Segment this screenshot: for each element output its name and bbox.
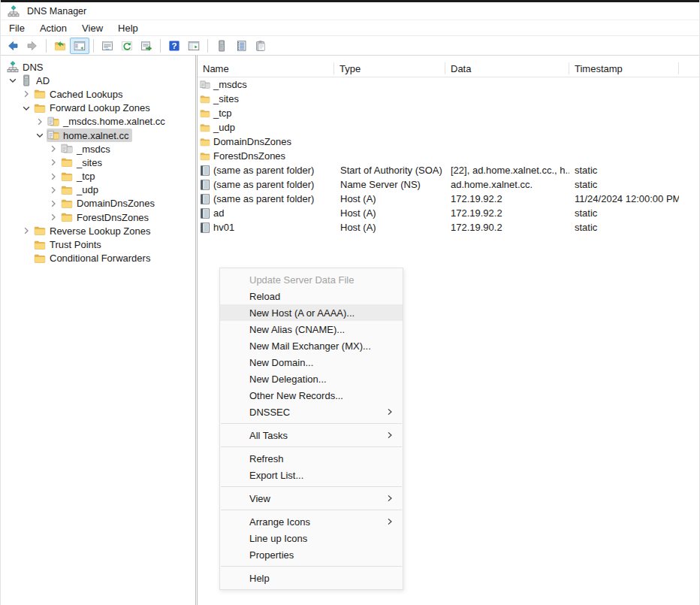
menu-file[interactable]: File <box>2 21 32 35</box>
menu-item-export-list[interactable]: Export List... <box>220 467 403 483</box>
menu-help[interactable]: Help <box>110 21 146 35</box>
toolbar-separator <box>207 39 208 53</box>
record-list-button[interactable] <box>231 38 251 54</box>
menu-item-other-new-records[interactable]: Other New Records... <box>220 387 403 404</box>
menu-item-new-domain[interactable]: New Domain... <box>220 354 403 371</box>
up-one-level-button[interactable] <box>50 38 70 54</box>
list-row-udp[interactable]: _udp <box>198 120 699 135</box>
menu-action[interactable]: Action <box>32 21 74 35</box>
menu-item-properties[interactable]: Properties <box>220 546 403 563</box>
menu-item-refresh[interactable]: Refresh <box>220 450 403 467</box>
tree-item-forestdnszones[interactable]: ForestDnsZones <box>1 210 195 224</box>
column-header-timestamp[interactable]: Timestamp <box>569 60 679 77</box>
refresh-icon <box>121 40 133 52</box>
folder-icon <box>200 151 210 162</box>
record-icon <box>200 165 210 176</box>
chevron-right-icon[interactable] <box>20 88 33 100</box>
tree-item-ad[interactable]: AD <box>1 74 195 87</box>
chevron-down-icon[interactable] <box>33 129 47 141</box>
list-row-soa-record[interactable]: (same as parent folder) Start of Authori… <box>198 163 699 177</box>
tree-item-trust-points[interactable]: Trust Points <box>1 237 195 251</box>
folder-icon <box>34 88 46 100</box>
list-row-forestdnszones[interactable]: ForestDnsZones <box>198 149 699 163</box>
show-console-tree-button[interactable] <box>70 38 89 54</box>
menu-item-line-up-icons[interactable]: Line up Icons <box>220 530 403 546</box>
console-window-button[interactable] <box>184 38 204 54</box>
tree-item-forward-lookup-zones[interactable]: Forward Lookup Zones <box>1 101 195 115</box>
list-row-ns-record[interactable]: (same as parent folder) Name Server (NS)… <box>198 177 699 192</box>
export-list-icon <box>140 40 152 52</box>
properties-button[interactable] <box>98 38 117 54</box>
tree-item-domaindnszones[interactable]: DomainDnsZones <box>1 197 195 210</box>
tree-item-dns[interactable]: DNS <box>1 60 195 74</box>
tree-item-label: Conditional Forwarders <box>50 253 150 264</box>
chevron-right-icon[interactable] <box>33 116 47 128</box>
chevron-right-icon[interactable] <box>47 184 60 196</box>
column-header-name[interactable]: Name <box>198 60 334 77</box>
folder-icon <box>61 198 73 210</box>
tree-item-sites[interactable]: _sites <box>1 156 195 169</box>
chevron-down-icon[interactable] <box>6 74 20 86</box>
folder-icon <box>34 225 46 237</box>
menu-item-new-mail-exchanger[interactable]: New Mail Exchanger (MX)... <box>220 337 403 354</box>
record-icon <box>200 222 210 233</box>
forward-button[interactable] <box>23 38 42 54</box>
tree-item-label: Cached Lookups <box>50 89 123 100</box>
list-row-parent-a-record[interactable]: (same as parent folder) Host (A) 172.19.… <box>198 192 699 206</box>
tree-item-label: home.xalnet.cc <box>63 130 128 141</box>
menu-view[interactable]: View <box>74 21 110 35</box>
tree-item-label: Reverse Lookup Zones <box>50 225 150 237</box>
list-row-hv01-a-record[interactable]: hv01 Host (A) 172.19.90.2 static <box>198 220 699 234</box>
tree-item-home-xalnet-cc[interactable]: home.xalnet.cc <box>1 129 195 142</box>
menu-item-dnssec[interactable]: DNSSEC <box>220 404 403 420</box>
list-row-ad-a-record[interactable]: ad Host (A) 172.19.92.2 static <box>198 206 699 220</box>
menu-item-arrange-icons[interactable]: Arrange Icons <box>220 513 403 530</box>
chevron-right-icon[interactable] <box>20 225 33 237</box>
tree-item-label: AD <box>36 75 50 86</box>
tree-item-msdcs[interactable]: _msdcs <box>1 142 195 156</box>
help-button[interactable] <box>164 38 184 54</box>
tree-item-tcp[interactable]: _tcp <box>1 170 195 183</box>
menu-item-new-host[interactable]: New Host (A or AAAA)... <box>220 304 403 321</box>
chevron-right-icon[interactable] <box>47 143 60 155</box>
list-row-sites[interactable]: _sites <box>198 92 699 106</box>
tree-item-msdcs-home-xalnet-cc[interactable]: _msdcs.home.xalnet.cc <box>1 115 195 129</box>
menu-separator <box>221 486 402 487</box>
tree-item-reverse-lookup-zones[interactable]: Reverse Lookup Zones <box>1 224 195 237</box>
list-row-msdcs[interactable]: _msdcs <box>198 77 699 92</box>
menu-item-all-tasks[interactable]: All Tasks <box>220 427 403 443</box>
record-icon <box>200 208 210 219</box>
server-icon <box>216 40 228 52</box>
server-tool-button[interactable] <box>212 38 231 54</box>
list-row-tcp[interactable]: _tcp <box>198 106 699 120</box>
menu-item-view[interactable]: View <box>220 490 403 507</box>
paste-button[interactable] <box>251 38 270 54</box>
folder-icon <box>34 239 46 251</box>
forward-icon <box>26 40 38 52</box>
refresh-button[interactable] <box>117 38 137 54</box>
paste-icon <box>255 40 267 52</box>
chevron-right-icon[interactable] <box>47 211 60 223</box>
folder-icon <box>61 156 73 168</box>
column-header-type[interactable]: Type <box>334 60 445 77</box>
list-row-domaindnszones[interactable]: DomainDnsZones <box>198 135 699 149</box>
tree-item-udp[interactable]: _udp <box>1 183 195 197</box>
tree-item-conditional-forwarders[interactable]: Conditional Forwarders <box>1 252 195 265</box>
menu-item-help[interactable]: Help <box>220 570 403 586</box>
back-button[interactable] <box>3 38 23 54</box>
menu-item-reload[interactable]: Reload <box>220 288 403 304</box>
tree-item-cached-lookups[interactable]: Cached Lookups <box>1 87 195 101</box>
toolbar-separator <box>93 39 94 53</box>
tree-item-label: DomainDnsZones <box>77 198 155 209</box>
chevron-down-icon[interactable] <box>20 102 33 114</box>
column-header-data[interactable]: Data <box>445 60 569 77</box>
tree-item-label: _tcp <box>77 171 95 182</box>
server-icon <box>20 74 32 86</box>
chevron-right-icon[interactable] <box>47 198 60 210</box>
chevron-right-icon[interactable] <box>47 156 60 168</box>
export-list-button[interactable] <box>137 38 156 54</box>
chevron-right-icon[interactable] <box>47 171 60 183</box>
menu-item-new-alias[interactable]: New Alias (CNAME)... <box>220 321 403 337</box>
record-icon <box>200 180 210 190</box>
menu-item-new-delegation[interactable]: New Delegation... <box>220 371 403 387</box>
